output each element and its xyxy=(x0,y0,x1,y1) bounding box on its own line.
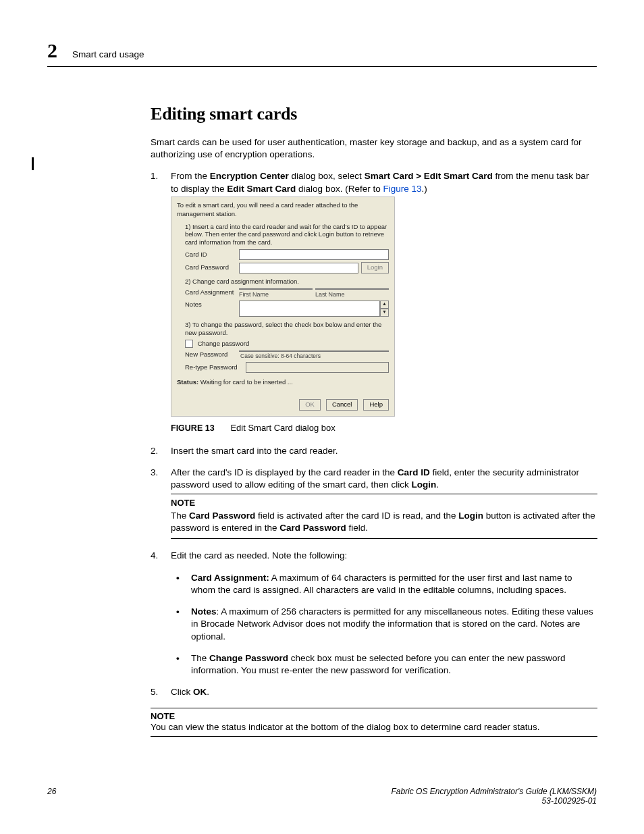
step-5: Click OK. xyxy=(151,686,597,698)
intro-paragraph: Smart cards can be used for user authent… xyxy=(151,136,597,161)
dialog-step3-text: 3) To change the password, select the ch… xyxy=(185,321,389,337)
page-number: 26 xyxy=(47,787,56,806)
card-password-input[interactable] xyxy=(239,263,358,273)
notes-up-button[interactable]: ▲ xyxy=(380,301,389,309)
ok-button[interactable]: OK xyxy=(299,399,321,411)
retype-password-input[interactable] xyxy=(246,362,389,373)
page-footer: 26 Fabric OS Encryption Administrator's … xyxy=(47,787,597,806)
new-password-input[interactable] xyxy=(239,350,389,352)
page-header: 2 Smart card usage xyxy=(47,39,597,67)
change-password-checkbox[interactable] xyxy=(185,340,193,348)
change-password-label: Change password xyxy=(198,340,250,347)
edit-smart-card-dialog: To edit a smart card, you will need a ca… xyxy=(171,197,395,417)
status-row: Status: Waiting for card to be inserted … xyxy=(177,378,389,387)
footer-doc-title: Fabric OS Encryption Administrator's Gui… xyxy=(391,787,597,796)
card-id-input[interactable] xyxy=(239,249,389,260)
note-1: NOTE The Card Password field is activate… xyxy=(171,494,597,539)
first-name-label: First Name xyxy=(239,290,313,298)
last-name-input[interactable] xyxy=(315,288,389,290)
cancel-button[interactable]: Cancel xyxy=(326,399,358,411)
section-title: Editing smart cards xyxy=(151,104,597,124)
login-button[interactable]: Login xyxy=(361,262,389,273)
step4-bullet-1: Card Assignment: A maximum of 64 charact… xyxy=(171,572,597,596)
step-2: Insert the smart card into the card read… xyxy=(151,445,597,457)
figure-13-link[interactable]: Figure 13 xyxy=(383,184,421,194)
notes-label: Notes xyxy=(185,301,239,309)
step4-bullet-2: Notes: A maximum of 256 characters is pe… xyxy=(171,606,597,643)
card-assignment-label: Card Assignment xyxy=(185,288,239,297)
retype-password-label: Re-type Password xyxy=(185,363,246,372)
chapter-number: 2 xyxy=(47,39,57,62)
footer-doc-id: 53-1002925-01 xyxy=(542,796,597,806)
new-password-label: New Password xyxy=(185,350,239,359)
dialog-step1-text: 1) Insert a card into the card reader an… xyxy=(185,223,389,247)
notes-down-button[interactable]: ▼ xyxy=(380,309,389,317)
note-2: NOTE You can view the status indicator a… xyxy=(151,708,597,737)
help-button[interactable]: Help xyxy=(363,399,389,411)
figure-13-caption: FIGURE 13 Edit Smart Card dialog box xyxy=(171,422,597,434)
card-id-label: Card ID xyxy=(185,251,239,259)
card-password-label: Card Password xyxy=(185,263,239,272)
password-hint: Case sensitive: 8-64 characters xyxy=(240,353,389,360)
change-bar xyxy=(32,157,34,170)
dialog-step2-text: 2) Change card assignment information. xyxy=(185,278,389,286)
status-text: Waiting for card to be inserted ... xyxy=(198,378,293,386)
first-name-input[interactable] xyxy=(239,288,313,290)
notes-textarea[interactable] xyxy=(239,301,380,317)
step4-bullet-3: The Change Password check box must be se… xyxy=(171,652,597,677)
step-1: From the Encryption Center dialog box, s… xyxy=(151,170,597,434)
step-3: After the card's ID is displayed by the … xyxy=(151,467,597,539)
dialog-top-text: To edit a smart card, you will need a ca… xyxy=(177,201,389,219)
status-label: Status: xyxy=(177,378,198,386)
last-name-label: Last Name xyxy=(315,290,389,298)
running-header-title: Smart card usage xyxy=(72,49,144,59)
step-4: Edit the card as needed. Note the follow… xyxy=(151,550,597,677)
